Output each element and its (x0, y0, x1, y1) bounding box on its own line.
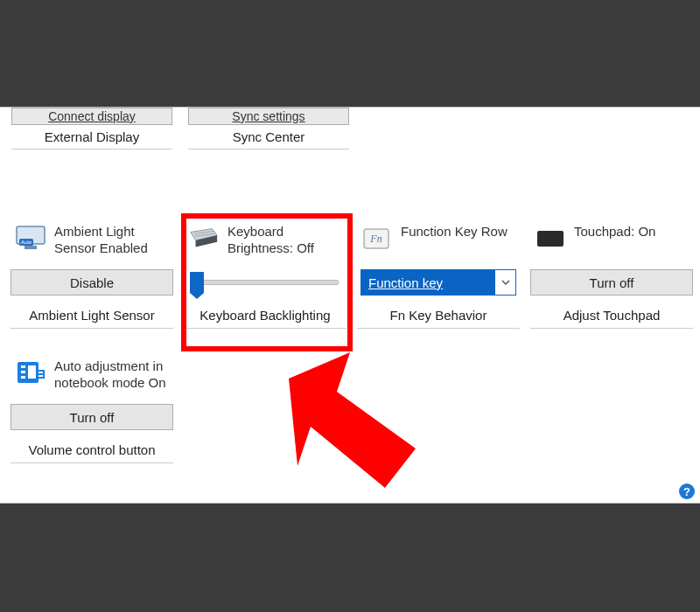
sync-center-caption: Sync Center (188, 125, 349, 150)
svg-rect-1 (24, 246, 37, 249)
grid-row-2: Auto adjustment in notebook mode On Turn… (9, 351, 175, 463)
autoadjust-turnoff-button[interactable]: Turn off (10, 404, 173, 430)
autoadjust-footer: Volume control button (10, 437, 173, 463)
fn-key-icon: Fn (362, 224, 392, 254)
tile-keyboard-brightness: Keyboard Brightness: Off Keyboard Backli… (182, 217, 348, 329)
keyboard-footer: Keyboard Backlighting (184, 303, 346, 329)
autoadjust-title: Auto adjustment in notebook mode On (54, 358, 168, 392)
tile-header: Keyboard Brightness: Off (182, 217, 348, 266)
tile-auto-adjustment: Auto adjustment in notebook mode On Turn… (9, 351, 175, 463)
tile-header: Fn Function Key Row (355, 217, 522, 266)
top-tile-display: Connect display External Display (9, 108, 175, 153)
connect-display-link[interactable]: Connect display (11, 108, 172, 125)
touchpad-icon (536, 224, 565, 254)
sync-settings-link[interactable]: Sync settings (188, 108, 349, 125)
svg-rect-10 (21, 365, 25, 368)
svg-rect-13 (28, 365, 36, 379)
svg-text:Auto: Auto (20, 240, 32, 245)
tile-header: Auto Ambient Light Sensor Enabled (9, 217, 175, 266)
monitor-auto-icon: Auto (16, 224, 46, 254)
keyboard-title: Keyboard Brightness: Off (228, 224, 341, 257)
settings-panel: Connect display External Display Sync se… (0, 107, 700, 504)
tile-fn-key: Fn Function Key Row Function key Fn Key … (355, 217, 522, 329)
touchpad-title: Touchpad: On (574, 224, 655, 240)
disable-button[interactable]: Disable (10, 269, 173, 296)
svg-text:Fn: Fn (369, 233, 382, 245)
ambient-footer: Ambient Light Sensor (10, 303, 173, 329)
svg-rect-11 (21, 371, 25, 373)
tile-header: Touchpad: On (528, 217, 695, 266)
slider-thumb[interactable] (190, 272, 204, 293)
top-row: Connect display External Display Sync se… (9, 108, 691, 153)
svg-rect-8 (537, 231, 564, 247)
fnkey-select[interactable]: Function key (360, 269, 516, 296)
tile-ambient-light: Auto Ambient Light Sensor Enabled Disabl… (9, 217, 175, 329)
slider-track (192, 280, 339, 285)
fnkey-footer: Fn Key Behavior (357, 303, 520, 329)
chevron-down-icon (494, 270, 515, 295)
tile-header: Auto adjustment in notebook mode On (9, 351, 175, 400)
auto-adjust-icon (16, 358, 46, 388)
touchpad-turnoff-button[interactable]: Turn off (530, 269, 693, 296)
fnkey-select-value: Function key (361, 270, 494, 295)
help-icon[interactable]: ? (679, 483, 695, 499)
svg-marker-14 (289, 352, 416, 488)
top-tile-sync: Sync settings Sync Center (186, 108, 352, 153)
touchpad-footer: Adjust Touchpad (530, 303, 693, 329)
fnkey-title: Function Key Row (401, 224, 508, 240)
arrow-annotation (262, 344, 438, 501)
keyboard-icon (189, 224, 219, 254)
main-grid-row: Auto Ambient Light Sensor Enabled Disabl… (9, 217, 695, 329)
tile-touchpad: Touchpad: On Turn off Adjust Touchpad (528, 217, 695, 329)
external-display-caption: External Display (11, 125, 172, 150)
svg-rect-12 (21, 376, 25, 379)
ambient-title: Ambient Light Sensor Enabled (54, 224, 168, 257)
brightness-slider[interactable] (192, 270, 339, 295)
